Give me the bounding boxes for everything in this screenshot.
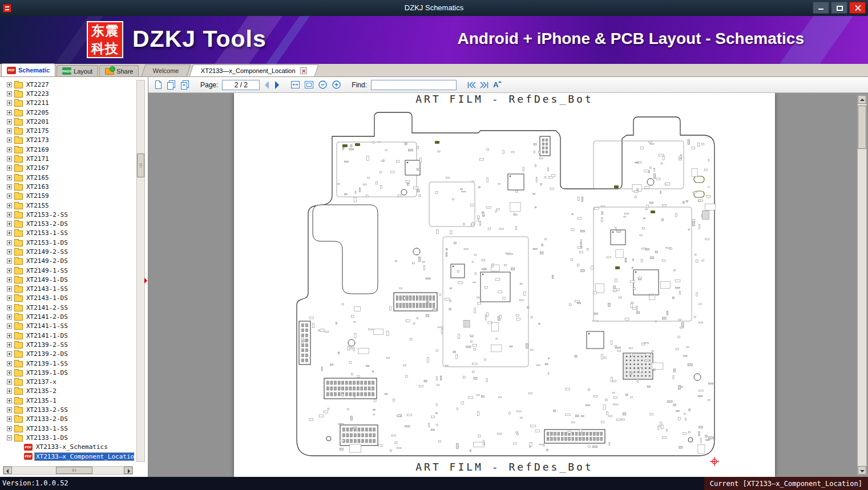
tree-item-xt2141-1-ss[interactable]: XT2141-1-SS <box>1 322 134 331</box>
tree-item-xt2149-2-ds[interactable]: XT2149-2-DS <box>1 257 134 266</box>
tree-item-xt2143-1-ds[interactable]: XT2143-1-DS <box>1 294 134 303</box>
find-previous-icon[interactable] <box>467 81 476 89</box>
tree-item-xt2141-1-ds[interactable]: XT2141-1-DS <box>1 331 134 340</box>
tab-share[interactable]: Share <box>99 65 139 76</box>
tree-item-xt2133-x-schematics[interactable]: PDFXT2133-x_Schematics <box>1 443 134 452</box>
find-next-icon[interactable] <box>480 81 489 89</box>
facing-pages-icon[interactable] <box>180 80 190 90</box>
tree-item-xt2141-2-ss[interactable]: XT2141-2-SS <box>1 303 134 312</box>
tree-item-xt2139-1-ds[interactable]: XT2139-1-DS <box>1 368 134 377</box>
maximize-button[interactable] <box>831 2 847 14</box>
expand-icon[interactable] <box>7 137 12 143</box>
document-vertical-scrollbar[interactable] <box>857 95 867 475</box>
tree-item-xt2141-2-ds[interactable]: XT2141-2-DS <box>1 312 134 321</box>
tree-item-xt2133-x-component-location[interactable]: PDFXT2133—x_Component_Location <box>1 452 134 461</box>
scroll-right-icon[interactable] <box>124 467 132 474</box>
tree-item-xt2149-2-ss[interactable]: XT2149-2-SS <box>1 247 134 256</box>
tree-item-xt2165[interactable]: XT2165 <box>1 173 134 182</box>
tree-item-xt2163[interactable]: XT2163 <box>1 182 134 191</box>
fit-page-icon[interactable] <box>304 80 314 90</box>
tree-item-xt2139-2-ds[interactable]: XT2139-2-DS <box>1 350 134 359</box>
tree-item-xt2227[interactable]: XT2227 <box>1 80 134 89</box>
expand-icon[interactable] <box>7 361 12 366</box>
find-input[interactable] <box>371 80 457 90</box>
expand-icon[interactable] <box>7 351 12 357</box>
expand-icon[interactable] <box>7 286 12 291</box>
expand-icon[interactable] <box>7 203 12 208</box>
expand-icon[interactable] <box>7 110 12 115</box>
expand-icon[interactable] <box>7 426 12 431</box>
tree-item-xt2175[interactable]: XT2175 <box>1 126 134 135</box>
expand-icon[interactable] <box>7 342 12 347</box>
expand-icon[interactable] <box>7 379 12 384</box>
tree-item-xt2171[interactable]: XT2171 <box>1 154 134 163</box>
expand-icon[interactable] <box>7 416 12 422</box>
expand-icon[interactable] <box>7 407 12 412</box>
expand-icon[interactable] <box>7 268 12 273</box>
tree-item-xt2167[interactable]: XT2167 <box>1 164 134 173</box>
tree-item-xt2133-2-ds[interactable]: XT2133-2-DS <box>1 415 134 424</box>
sidebar-horizontal-scrollbar[interactable] <box>3 466 133 475</box>
tab-schematic[interactable]: PDF Schematic <box>1 63 55 76</box>
scrollbar-thumb[interactable] <box>56 467 92 474</box>
previous-page-button[interactable] <box>265 81 269 89</box>
expand-icon[interactable] <box>7 147 12 152</box>
expand-icon[interactable] <box>7 370 12 375</box>
tree-item-xt2135-1[interactable]: XT2135-1 <box>1 396 134 405</box>
collapse-icon[interactable] <box>7 435 12 440</box>
expand-icon[interactable] <box>7 295 12 301</box>
expand-icon[interactable] <box>7 398 12 403</box>
expand-icon[interactable] <box>7 82 12 87</box>
expand-icon[interactable] <box>7 277 12 282</box>
fit-width-icon[interactable] <box>290 80 300 90</box>
expand-icon[interactable] <box>7 175 12 180</box>
page-input[interactable] <box>222 80 260 90</box>
tree-item-xt2153-1-ds[interactable]: XT2153-1-DS <box>1 238 134 247</box>
document-viewer[interactable]: ART FILM - RefDes_Bot ART FILM - RefDes_… <box>148 93 868 477</box>
scroll-up-icon[interactable] <box>858 95 866 104</box>
tree-item-xt2135-2[interactable]: XT2135-2 <box>1 387 134 396</box>
expand-icon[interactable] <box>7 388 12 394</box>
tree-item-xt2159[interactable]: XT2159 <box>1 192 134 201</box>
tab-layout[interactable]: PADS Layout <box>56 65 98 76</box>
copy-page-icon[interactable] <box>167 80 176 90</box>
tree-item-xt2173[interactable]: XT2173 <box>1 136 134 145</box>
tree-item-xt2139-2-ss[interactable]: XT2139-2-SS <box>1 340 134 349</box>
expand-icon[interactable] <box>7 119 12 124</box>
close-button[interactable] <box>849 2 866 14</box>
scrollbar-thumb[interactable] <box>858 106 866 149</box>
tree-item-xt2133-2-ss[interactable]: XT2133-2-SS <box>1 405 134 414</box>
expand-icon[interactable] <box>7 221 12 226</box>
next-page-button[interactable] <box>275 81 279 89</box>
expand-icon[interactable] <box>7 323 12 329</box>
expand-icon[interactable] <box>7 91 12 96</box>
tree-item-xt2149-1-ds[interactable]: XT2149-1-DS <box>1 275 134 284</box>
expand-icon[interactable] <box>7 100 12 106</box>
expand-icon[interactable] <box>7 165 12 171</box>
scrollbar-thumb[interactable] <box>137 153 144 177</box>
close-tab-icon[interactable] <box>300 67 307 74</box>
tree-item-xt2153-2-ss[interactable]: XT2153-2-SS <box>1 210 134 219</box>
tree-item-xt2139-1-ss[interactable]: XT2139-1-SS <box>1 359 134 368</box>
expand-icon[interactable] <box>7 333 12 338</box>
tree-item-xt2155[interactable]: XT2155 <box>1 201 134 210</box>
font-size-icon[interactable]: A <box>493 80 502 89</box>
expand-icon[interactable] <box>7 193 12 199</box>
tree-item-xt2211[interactable]: XT2211 <box>1 99 134 108</box>
tree-item-xt2223[interactable]: XT2223 <box>1 89 134 98</box>
tree-item-xt2133-1-ds[interactable]: XT2133-1-DS <box>1 433 134 442</box>
zoom-out-icon[interactable] <box>318 80 328 90</box>
splitter-collapse-icon[interactable] <box>144 278 147 284</box>
expand-icon[interactable] <box>7 230 12 236</box>
expand-icon[interactable] <box>7 240 12 245</box>
single-page-icon[interactable] <box>154 80 163 90</box>
expand-icon[interactable] <box>7 128 12 133</box>
expand-icon[interactable] <box>7 314 12 319</box>
expand-icon[interactable] <box>7 184 12 189</box>
expand-icon[interactable] <box>7 212 12 217</box>
tab-welcome[interactable]: Welcome <box>142 64 191 76</box>
tree-item-xt2169[interactable]: XT2169 <box>1 145 134 154</box>
tree-item-xt2143-1-ss[interactable]: XT2143-1-SS <box>1 285 134 294</box>
expand-icon[interactable] <box>7 156 12 161</box>
zoom-in-icon[interactable] <box>332 80 341 90</box>
